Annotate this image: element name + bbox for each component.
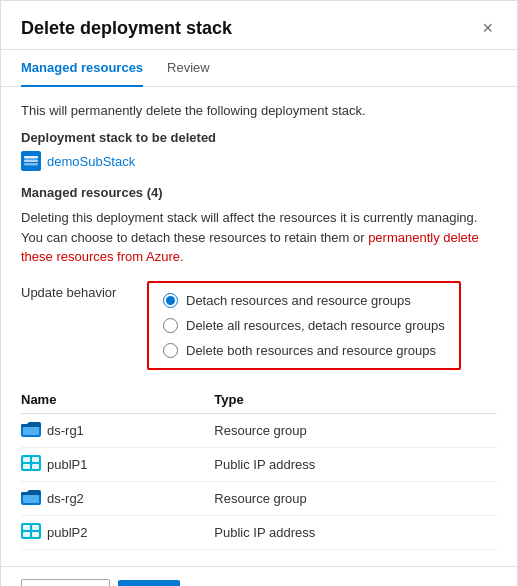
radio-delete-all-input[interactable]	[163, 318, 178, 333]
svg-rect-2	[24, 160, 38, 163]
resource-type: Public IP address	[214, 447, 497, 481]
svg-rect-17	[32, 532, 39, 537]
resource-name: ds-rg2	[47, 491, 84, 506]
update-behavior-label: Update behavior	[21, 281, 131, 300]
resource-name: publP1	[47, 457, 87, 472]
update-behavior-row: Update behavior Detach resources and res…	[21, 281, 497, 370]
stack-icon	[21, 151, 41, 171]
svg-rect-7	[23, 457, 30, 462]
radio-detach[interactable]: Detach resources and resource groups	[163, 293, 445, 308]
table-row: ds-rg2Resource group	[21, 481, 497, 515]
tab-bar: Managed resources Review	[1, 50, 517, 87]
radio-detach-label: Detach resources and resource groups	[186, 293, 411, 308]
svg-rect-15	[32, 525, 39, 530]
resource-name-cell: ds-rg1	[21, 413, 214, 447]
radio-detach-input[interactable]	[163, 293, 178, 308]
col-name: Name	[21, 386, 214, 414]
resource-name: publP2	[47, 525, 87, 540]
svg-rect-3	[24, 163, 38, 166]
tab-review[interactable]: Review	[167, 50, 210, 87]
svg-rect-8	[32, 457, 39, 462]
svg-rect-5	[23, 427, 39, 435]
public-ip-icon	[21, 455, 41, 474]
resource-group-icon	[21, 489, 41, 508]
radio-delete-both[interactable]: Delete both resources and resource group…	[163, 343, 445, 358]
radio-delete-all-label: Delete all resources, detach resource gr…	[186, 318, 445, 333]
resources-table: Name Type ds-rg1Resource group publP1Pub…	[21, 386, 497, 550]
svg-rect-9	[23, 464, 30, 469]
close-button[interactable]: ×	[478, 17, 497, 39]
dialog-body: This will permanently delete the followi…	[1, 87, 517, 566]
svg-rect-1	[24, 156, 38, 159]
resource-group-icon	[21, 421, 41, 440]
table-row: publP1Public IP address	[21, 447, 497, 481]
stack-name-row: demoSubStack	[21, 151, 497, 171]
svg-rect-12	[23, 495, 39, 503]
svg-rect-14	[23, 525, 30, 530]
resource-name-cell: publP1	[21, 447, 214, 481]
public-ip-icon	[21, 523, 41, 542]
dialog-footer: Previous Next	[1, 566, 517, 587]
table-row: publP2Public IP address	[21, 515, 497, 549]
radio-delete-both-input[interactable]	[163, 343, 178, 358]
info-text: This will permanently delete the followi…	[21, 103, 497, 118]
table-row: ds-rg1Resource group	[21, 413, 497, 447]
resource-type: Resource group	[214, 481, 497, 515]
col-type: Type	[214, 386, 497, 414]
radio-delete-all[interactable]: Delete all resources, detach resource gr…	[163, 318, 445, 333]
svg-rect-16	[23, 532, 30, 537]
resource-name-cell: ds-rg2	[21, 481, 214, 515]
radio-delete-both-label: Delete both resources and resource group…	[186, 343, 436, 358]
warning-text: Deleting this deployment stack will affe…	[21, 208, 497, 267]
stack-link[interactable]: demoSubStack	[47, 154, 135, 169]
warning-text-part2: .	[180, 249, 184, 264]
delete-deployment-stack-dialog: Delete deployment stack × Managed resour…	[0, 0, 518, 586]
resource-type: Public IP address	[214, 515, 497, 549]
resource-name-cell: publP2	[21, 515, 214, 549]
dialog-title: Delete deployment stack	[21, 18, 232, 39]
resource-name: ds-rg1	[47, 423, 84, 438]
tab-managed-resources[interactable]: Managed resources	[21, 50, 143, 87]
resource-type: Resource group	[214, 413, 497, 447]
radio-group: Detach resources and resource groups Del…	[147, 281, 461, 370]
next-button[interactable]: Next	[118, 580, 181, 587]
managed-resources-label: Managed resources (4)	[21, 185, 497, 200]
dialog-header: Delete deployment stack ×	[1, 1, 517, 50]
previous-button[interactable]: Previous	[21, 579, 110, 587]
deployment-stack-label: Deployment stack to be deleted	[21, 130, 497, 145]
svg-rect-10	[32, 464, 39, 469]
